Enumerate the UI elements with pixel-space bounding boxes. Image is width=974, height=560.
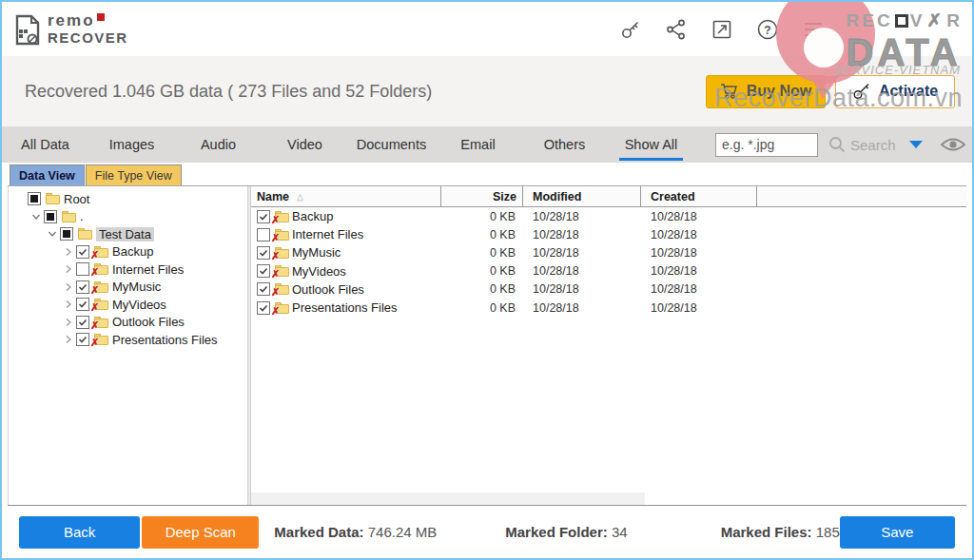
chevron-right-icon[interactable] <box>61 299 76 309</box>
checkbox-unchecked[interactable] <box>257 228 270 241</box>
header-icon-group: ? <box>618 17 826 42</box>
open-in-new-icon[interactable] <box>710 17 734 42</box>
filter-tab-documents[interactable]: Documents <box>348 126 435 163</box>
filter-tab-all-data[interactable]: All Data <box>2 126 88 163</box>
logo-line1: remo <box>48 12 95 29</box>
chevron-right-icon[interactable] <box>61 335 76 344</box>
file-name-label: Backup <box>292 209 333 223</box>
tree-item-internet-files[interactable]: ✗Internet Files <box>12 261 247 279</box>
tree-item-root[interactable]: Root <box>12 190 247 208</box>
deleted-folder-icon: ✗ <box>275 247 289 259</box>
tab-data-view[interactable]: Data View <box>10 164 85 185</box>
chevron-right-icon[interactable] <box>61 264 76 274</box>
deleted-folder-icon: ✗ <box>275 302 289 314</box>
horizontal-scrollbar[interactable] <box>251 492 645 505</box>
tab-file-type-view[interactable]: File Type View <box>86 164 182 185</box>
back-button[interactable]: Back <box>19 516 140 549</box>
column-header-name[interactable]: Name△ <box>251 186 441 206</box>
filter-tabs: All DataImagesAudioVideoDocumentsEmailOt… <box>2 126 694 163</box>
tree-item-label: Test Data <box>96 227 154 241</box>
table-row[interactable]: ✗Outlook Files0 KB10/28/1810/28/18 <box>251 280 966 299</box>
checkbox-checked[interactable] <box>76 316 89 329</box>
chevron-down-icon[interactable] <box>29 212 44 222</box>
deleted-folder-icon: ✗ <box>94 246 108 258</box>
filter-tab-others[interactable]: Others <box>521 126 608 163</box>
key-icon[interactable] <box>618 17 643 42</box>
cell-size: 0 KB <box>441 282 523 296</box>
menu-icon[interactable] <box>801 17 826 42</box>
cell-modified: 10/28/18 <box>523 301 641 315</box>
activate-button[interactable]: Activate <box>835 75 955 108</box>
column-header-created[interactable]: Created <box>641 186 757 206</box>
tree-item-mymusic[interactable]: ✗MyMusic <box>12 279 247 297</box>
tree-item-backup[interactable]: ✗Backup <box>12 243 247 261</box>
top-header: remo RECOVER <box>2 2 972 56</box>
checkbox-checked[interactable] <box>76 333 89 346</box>
logo-red-square <box>97 13 105 21</box>
table-row[interactable]: ✗MyVideos0 KB10/28/1810/28/18 <box>251 262 966 280</box>
cell-created: 10/28/18 <box>641 264 757 278</box>
search-input[interactable] <box>715 133 818 157</box>
filter-tab-audio[interactable]: Audio <box>175 126 262 163</box>
filter-tab-email[interactable]: Email <box>435 126 521 163</box>
cell-size: 0 KB <box>441 301 523 315</box>
deep-scan-button[interactable]: Deep Scan <box>142 516 259 549</box>
file-name-label: Internet Files <box>292 227 363 241</box>
remo-recover-window: remo RECOVER <box>0 0 974 560</box>
help-icon[interactable]: ? <box>755 17 780 42</box>
checkbox-partial[interactable] <box>28 192 41 205</box>
activate-label: Activate <box>879 83 938 100</box>
chevron-right-icon[interactable] <box>61 318 76 327</box>
marked-data-stat: Marked Data: 746.24 MB <box>274 524 437 540</box>
tree-item-myvideos[interactable]: ✗MyVideos <box>12 296 247 314</box>
buy-now-button[interactable]: Buy Now <box>706 75 826 108</box>
deleted-folder-icon: ✗ <box>94 263 108 275</box>
table-row[interactable]: ✗MyMusic0 KB10/28/1810/28/18 <box>251 243 966 261</box>
tree-item-label: Root <box>64 192 89 206</box>
checkbox-partial[interactable] <box>44 210 57 223</box>
checkbox-unchecked[interactable] <box>76 262 89 276</box>
checkbox-checked[interactable] <box>76 245 89 259</box>
folder-tree-panel: Root.Test Data✗Backup✗Internet Files✗MyM… <box>8 186 247 505</box>
file-name-label: MyVideos <box>292 264 346 279</box>
table-row[interactable]: ✗Backup0 KB10/28/1810/28/18 <box>251 207 966 225</box>
deleted-folder-icon: ✗ <box>94 334 108 345</box>
filter-tab-video[interactable]: Video <box>262 126 348 163</box>
checkbox-partial[interactable] <box>60 227 73 241</box>
checkbox-checked[interactable] <box>257 246 270 260</box>
filter-tab-show-all[interactable]: Show All <box>608 126 694 163</box>
chevron-right-icon[interactable] <box>61 247 76 257</box>
cart-icon <box>720 83 739 100</box>
search-button-label: Search <box>850 137 896 153</box>
search-button[interactable]: Search <box>828 135 896 154</box>
save-button[interactable]: Save <box>840 516 955 549</box>
search-dropdown-caret-icon[interactable] <box>909 141 923 148</box>
table-row[interactable]: ✗Internet Files0 KB10/28/1810/28/18 <box>251 225 966 243</box>
filter-tab-images[interactable]: Images <box>88 126 175 163</box>
checkbox-checked[interactable] <box>257 210 270 223</box>
search-icon <box>828 135 847 154</box>
tree-item-outlook-files[interactable]: ✗Outlook Files <box>12 314 247 332</box>
tree-item--[interactable]: . <box>12 208 247 226</box>
chevron-down-icon[interactable] <box>45 229 60 239</box>
preview-eye-icon[interactable] <box>940 136 966 153</box>
checkbox-checked[interactable] <box>257 264 270 278</box>
buy-now-label: Buy Now <box>747 83 811 100</box>
checkbox-checked[interactable] <box>76 298 89 311</box>
tree-item-presentations-files[interactable]: ✗Presentations Files <box>12 331 247 349</box>
deleted-folder-icon: ✗ <box>94 317 108 328</box>
checkbox-checked[interactable] <box>257 301 270 315</box>
checkbox-checked[interactable] <box>257 282 270 296</box>
cell-name: ✗MyMusic <box>251 245 441 260</box>
marked-folder-stat: Marked Folder: 34 <box>505 524 627 540</box>
table-row[interactable]: ✗Presentations Files0 KB10/28/1810/28/18 <box>251 299 966 317</box>
checkbox-checked[interactable] <box>76 280 89 294</box>
cell-modified: 10/28/18 <box>523 228 641 241</box>
column-header-size[interactable]: Size <box>441 186 523 206</box>
share-icon[interactable] <box>664 17 689 42</box>
chevron-right-icon[interactable] <box>61 282 76 292</box>
tree-item-test-data[interactable]: Test Data <box>12 225 247 243</box>
folder-icon <box>78 228 92 240</box>
license-buttons: Buy Now Activate <box>706 75 955 108</box>
column-header-modified[interactable]: Modified <box>523 186 641 206</box>
